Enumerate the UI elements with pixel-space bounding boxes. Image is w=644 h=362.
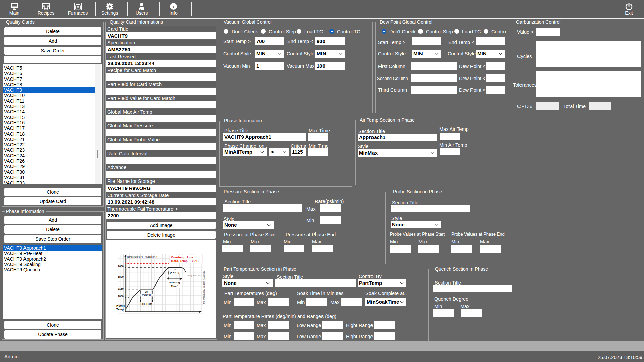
- svg-text:Time (Minutes) / Zaman (Dakika: Time (Minutes) / Zaman (Dakika): [203, 271, 205, 306]
- svg-text:Pre- Heat: Pre- Heat: [140, 302, 152, 305]
- svg-text:Time¹: Time¹: [171, 285, 178, 288]
- svg-text:(+20/-0): (+20/-0): [142, 293, 151, 296]
- svg-text:1050: 1050: [118, 295, 124, 298]
- svg-text:1600: 1600: [118, 265, 124, 268]
- svg-text:Hard. Temp. + 25°F.: Hard. Temp. + 25°F.: [171, 259, 199, 263]
- svg-text:i: i: [173, 4, 174, 9]
- svg-text:Temperature (°F) / Scalik (°F): Temperature (°F) / Scalik (°F) ¹: [127, 256, 159, 258]
- svg-text:(+20/-0): (+20/-0): [170, 271, 179, 274]
- svg-text:1500: 1500: [118, 275, 124, 278]
- svg-text:Oil quenching: Oil quenching: [187, 274, 201, 277]
- svg-text:1150: 1150: [118, 287, 124, 290]
- svg-text:Room: Room: [116, 304, 125, 307]
- svg-text:Overtemp. Line: Overtemp. Line: [171, 256, 193, 259]
- svg-text:Temp.: Temp.: [116, 308, 125, 311]
- svg-text:25: 25: [173, 268, 176, 271]
- svg-text:Soaking: Soaking: [169, 281, 180, 284]
